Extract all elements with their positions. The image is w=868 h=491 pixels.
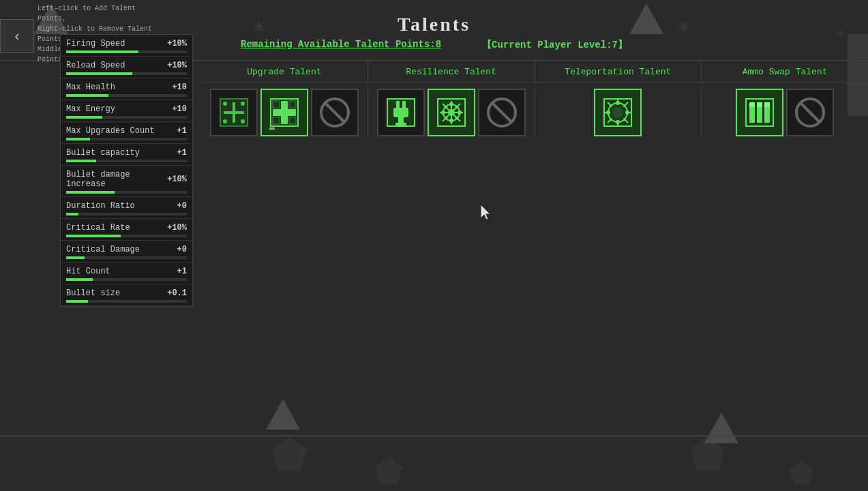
stat-value: +10%: [167, 61, 187, 70]
stat-item[interactable]: Max Health +10: [61, 78, 192, 100]
svg-point-52: [616, 120, 620, 124]
main-container: ✳ ✳ ✳ Talents Remaining Available Talent…: [0, 0, 868, 491]
stat-bar-bg: [66, 116, 187, 119]
stat-bar: [66, 50, 138, 53]
stat-bar-bg: [66, 72, 187, 75]
stat-bar: [66, 213, 78, 215]
stat-bar: [66, 191, 115, 194]
stat-item[interactable]: Critical Rate +10%: [61, 219, 192, 241]
talent-tabs: Upgrade TalentResilience TalentTeleporta…: [201, 61, 868, 83]
stat-bar: [66, 300, 88, 303]
stat-bar: [66, 278, 93, 281]
stat-item[interactable]: Hit Count +1: [61, 263, 192, 284]
cursor: [481, 205, 494, 225]
stat-bar-bg: [66, 300, 187, 303]
svg-rect-64: [764, 106, 770, 123]
svg-rect-14: [269, 128, 275, 130]
right-content: Upgrade TalentResilience TalentTeleporta…: [201, 61, 868, 491]
svg-point-33: [441, 110, 445, 115]
stat-item[interactable]: Reload Speed +10%: [61, 57, 192, 78]
stat-value: +10: [172, 83, 187, 92]
stat-item[interactable]: Firing Speed +10%: [61, 35, 192, 57]
stat-value: +0: [177, 201, 187, 211]
stat-item[interactable]: Bullet size +0.1: [61, 284, 192, 306]
stat-name: Max Energy: [66, 104, 115, 114]
stat-bar-bg: [66, 256, 187, 259]
tab-teleportation-talent[interactable]: Teleportation Talent: [535, 61, 702, 83]
stat-bar: [66, 235, 121, 237]
stat-bar: [66, 256, 85, 259]
stat-name: Hit Count: [66, 267, 110, 276]
talent-card-area: [201, 83, 868, 142]
svg-point-4: [241, 102, 245, 106]
talent-icon-plug: [382, 94, 419, 132]
stat-bar: [66, 94, 108, 97]
svg-marker-68: [481, 205, 490, 220]
talent-icon-blocked: [483, 94, 520, 132]
svg-point-37: [444, 106, 447, 109]
svg-point-10: [233, 120, 235, 123]
talent-card-1-0[interactable]: [377, 89, 425, 136]
svg-point-8: [241, 111, 244, 114]
back-button[interactable]: ‹: [0, 19, 34, 53]
stat-name: Reload Speed: [66, 61, 125, 70]
svg-point-7: [224, 111, 226, 114]
player-level-label: 【Current Player Level:7】: [482, 39, 627, 51]
svg-rect-60: [749, 106, 755, 123]
stat-value: +0.1: [167, 288, 187, 298]
talent-group-3: [702, 89, 868, 136]
svg-rect-13: [273, 109, 296, 116]
talent-card-1-1[interactable]: [428, 89, 475, 136]
stat-value: +1: [177, 148, 187, 158]
talent-card-3-1[interactable]: [786, 89, 834, 136]
tab-ammo-swap-talent[interactable]: Ammo Swap Talent: [702, 61, 868, 83]
svg-line-16: [325, 103, 344, 122]
talent-card-2-0[interactable]: [594, 89, 642, 136]
talent-card-0-1[interactable]: [260, 89, 308, 136]
stat-name: Max Health: [66, 83, 115, 92]
stat-name: Critical Damage: [66, 245, 140, 254]
tab-resilience-talent[interactable]: Resilience Talent: [368, 61, 535, 83]
tooltip-line-1: Left-click to Add Talent Points,: [38, 3, 153, 24]
svg-rect-61: [749, 102, 755, 107]
svg-point-30: [449, 102, 453, 106]
talent-card-0-2[interactable]: [311, 89, 359, 136]
talent-group-1: [368, 89, 535, 136]
svg-point-6: [241, 119, 245, 123]
tab-upgrade-talent[interactable]: Upgrade Talent: [201, 61, 368, 83]
talent-icon-blocked: [792, 94, 829, 132]
talent-icon-spike: [599, 94, 637, 132]
stat-bar: [66, 160, 96, 162]
stat-item[interactable]: Bullet damage increase +10%: [61, 166, 192, 197]
stat-item[interactable]: Bullet capacity +1: [61, 144, 192, 166]
svg-point-9: [233, 102, 235, 105]
svg-point-3: [223, 102, 227, 106]
stat-bar-bg: [66, 94, 187, 97]
svg-rect-22: [395, 123, 406, 125]
talent-icon-blocked: [316, 94, 353, 132]
talent-card-3-0[interactable]: [736, 89, 783, 136]
stat-name: Max Upgrades Count: [66, 126, 155, 136]
stat-item[interactable]: Duration Ratio +0: [61, 197, 192, 219]
talent-card-1-2[interactable]: [478, 89, 526, 136]
stat-name: Bullet capacity: [66, 148, 140, 158]
talent-card-0-0[interactable]: [210, 89, 258, 136]
svg-rect-20: [393, 108, 408, 117]
stat-item[interactable]: Critical Damage +0: [61, 241, 192, 263]
svg-point-42: [612, 107, 623, 118]
stat-value: +10%: [167, 39, 187, 48]
svg-point-5: [223, 119, 227, 123]
back-icon: ‹: [13, 29, 21, 44]
stat-bar: [66, 72, 132, 75]
stat-name: Duration Ratio: [66, 201, 135, 211]
talent-icon-star: [432, 94, 470, 132]
talent-icon-cross-add: [215, 94, 252, 132]
stat-item[interactable]: Max Upgrades Count +1: [61, 122, 192, 144]
svg-point-55: [610, 104, 612, 107]
stat-value: +0: [177, 245, 187, 254]
stat-bar-bg: [66, 138, 187, 140]
stat-item[interactable]: Max Energy +10: [61, 100, 192, 122]
svg-point-54: [625, 110, 629, 115]
stat-bar-bg: [66, 213, 187, 215]
stat-bar: [66, 116, 102, 119]
